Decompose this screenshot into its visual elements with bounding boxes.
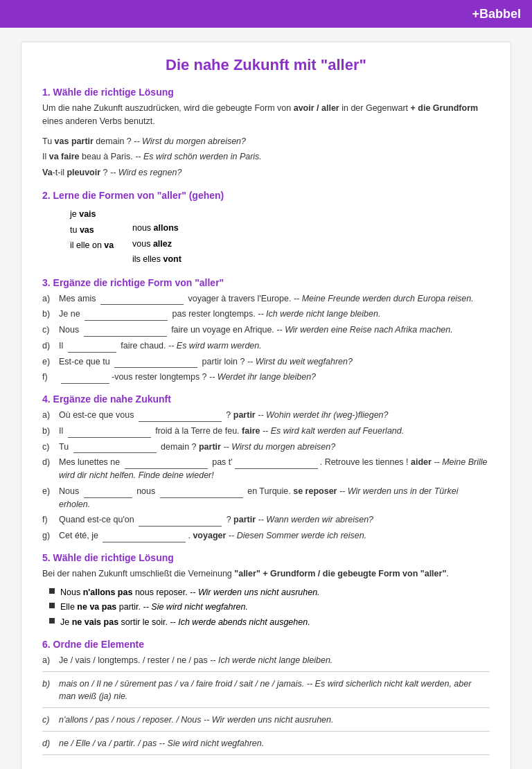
list-item: a) Où est-ce que vous ? partir -- Wohin … [42, 409, 490, 422]
section-1-desc: Um die nahe Zukunft auszudrücken, wird d… [42, 102, 490, 128]
page-title: Die nahe Zukunft mit "aller" [42, 56, 490, 74]
section-5-title: 5. Wähle die richtige Lösung [42, 552, 490, 563]
section-4-list: a) Où est-ce que vous ? partir -- Wohin … [42, 409, 490, 542]
section-3-title: 3. Ergänze die richtige Form von "aller" [42, 277, 490, 288]
list-item: e) Nous nous en Turquie. se reposer -- W… [42, 485, 490, 511]
section-2: 2. Lerne die Formen von "aller" (gehen) … [42, 190, 490, 267]
list-item: b) Je ne pas rester longtemps. -- Ich we… [42, 308, 490, 321]
list-item: d) Mes lunettes ne pas t'. Retrouve les … [42, 456, 490, 482]
verb-table: je vais tu vas il elle on va nous allons… [70, 206, 490, 267]
section-5: 5. Wähle die richtige Lösung Bei der nah… [42, 552, 490, 629]
header: +Babbel [0, 0, 532, 28]
list-item: f) -vous rester longtemps ? -- Werdet ih… [42, 371, 490, 384]
section-4: 4. Ergänze die nahe Zukunft a) Où est-ce… [42, 394, 490, 542]
section-1-title: 1. Wähle die richtige Lösung [42, 87, 490, 98]
bullet-icon [49, 588, 55, 594]
bullet-icon [49, 618, 55, 624]
section-3-list: a) Mes amis voyager à travers l'Europe. … [42, 292, 490, 384]
list-item: Je ne vais pas sortir le soir. -- Ich we… [49, 616, 490, 629]
section-1-examples: Tu vas partir demain ? -- Wirst du morge… [42, 134, 490, 181]
list-item: d) Il faire chaud. -- Es wird warm werde… [42, 339, 490, 353]
list-item: b) mais on / Il ne / sûrement pas / va /… [42, 678, 490, 709]
list-item: Elle ne va pas partir. -- Sie wird nicht… [49, 601, 490, 614]
list-item: c) n'allons / pas / nous / reposer. / No… [42, 714, 490, 732]
list-item: a) Mes amis voyager à travers l'Europe. … [42, 292, 490, 306]
bullet-icon [49, 603, 55, 608]
content-area: Die nahe Zukunft mit "aller" 1. Wähle di… [21, 42, 511, 769]
section-4-title: 4. Ergänze die nahe Zukunft [42, 394, 490, 405]
section-6-list: a) Je / vais / longtemps. / rester / ne … [42, 654, 490, 755]
list-item: a) Je / vais / longtemps. / rester / ne … [42, 654, 490, 672]
list-item: Nous n'allons pas nous reposer. -- Wir w… [49, 586, 490, 599]
section-5-bullets: Nous n'allons pas nous reposer. -- Wir w… [49, 586, 490, 629]
list-item: d) ne / Elle / va / partir. / pas -- Sie… [42, 737, 490, 755]
section-6: 6. Ordne die Elemente a) Je / vais / lon… [42, 639, 490, 755]
section-2-title: 2. Lerne die Formen von "aller" (gehen) [42, 190, 490, 201]
section-5-desc: Bei der nahen Zukunft umschließt die Ver… [42, 567, 490, 581]
list-item: c) Nous faire un voyage en Afrique. -- W… [42, 324, 490, 337]
header-logo: +Babbel [472, 7, 521, 21]
list-item: c) Tu demain ? partir -- Wirst du morgen… [42, 441, 490, 454]
section-3: 3. Ergänze die richtige Form von "aller"… [42, 277, 490, 384]
section-6-title: 6. Ordne die Elemente [42, 639, 490, 650]
section-1: 1. Wähle die richtige Lösung Um die nahe… [42, 87, 490, 180]
list-item: e) Est-ce que tu partir loin ? -- Wirst … [42, 355, 490, 369]
list-item: b) Il froid à la Terre de feu. faire -- … [42, 425, 490, 438]
list-item: f) Quand est-ce qu'on ? partir -- Wann w… [42, 513, 490, 527]
list-item: g) Cet été, je . voyager -- Diesen Somme… [42, 529, 490, 542]
